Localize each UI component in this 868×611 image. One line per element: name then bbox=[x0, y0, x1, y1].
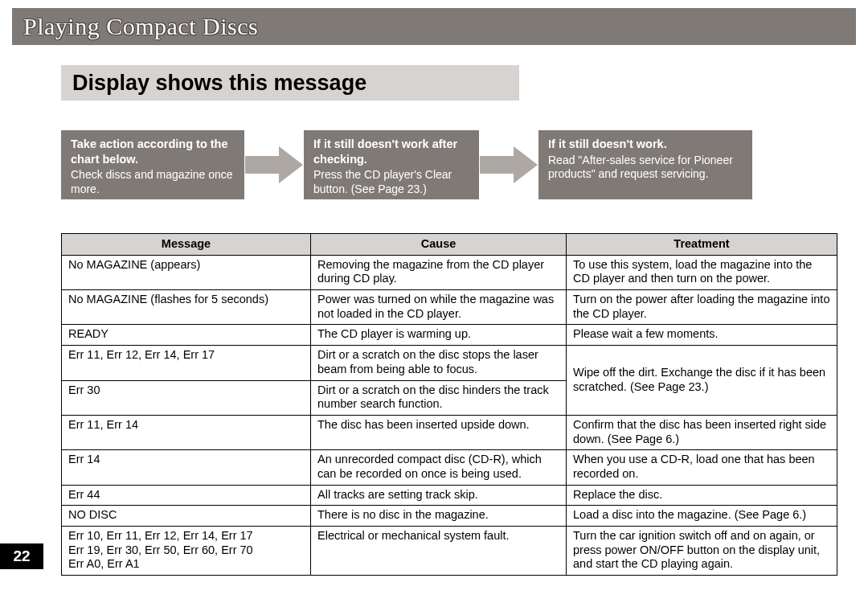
cell-message: Err 14 bbox=[62, 450, 311, 485]
cell-message: Err 11, Err 12, Err 14, Err 17 bbox=[62, 346, 311, 380]
cell-cause: Removing the magazine from the CD player… bbox=[311, 255, 567, 289]
cell-cause: Power was turned on while the magazine w… bbox=[311, 290, 567, 325]
cell-cause: All tracks are setting track skip. bbox=[311, 485, 567, 506]
cell-message: Err 30 bbox=[62, 380, 311, 415]
col-header-treatment: Treatment bbox=[567, 234, 837, 256]
svg-marker-1 bbox=[480, 146, 538, 183]
page-number: 22 bbox=[0, 543, 43, 569]
section-title: Display shows this message bbox=[72, 71, 366, 96]
section-bar: Display shows this message bbox=[61, 65, 519, 100]
step-body: Check discs and magazine once more. bbox=[71, 168, 235, 197]
cell-cause: There is no disc in the magazine. bbox=[311, 506, 567, 527]
cell-treatment: Please wait a few moments. bbox=[567, 325, 837, 346]
table-row: Err 14An unrecorded compact disc (CD-R),… bbox=[62, 450, 837, 485]
cell-treatment: When you use a CD-R, load one that has b… bbox=[567, 450, 837, 485]
cell-treatment: Turn on the power after loading the maga… bbox=[567, 290, 837, 325]
step-body: Press the CD player's Clear button. (See… bbox=[313, 168, 469, 197]
arrow-right-icon bbox=[479, 130, 538, 199]
cell-message: Err 11, Err 14 bbox=[62, 415, 311, 449]
table-row: No MAGAZINE (appears)Removing the magazi… bbox=[62, 255, 837, 289]
cell-message: No MAGAZINE (appears) bbox=[62, 255, 311, 289]
troubleshooting-table: Message Cause Treatment No MAGAZINE (app… bbox=[61, 233, 837, 576]
step-head: If it still doesn't work after checking. bbox=[313, 137, 469, 166]
table-row: Err 11, Err 12, Err 14, Err 17Dirt or a … bbox=[62, 346, 837, 380]
cell-message: NO DISC bbox=[62, 506, 311, 527]
col-header-cause: Cause bbox=[311, 234, 567, 256]
table-row: Err 11, Err 14The disc has been inserted… bbox=[62, 415, 837, 449]
cell-cause: Electrical or mechanical system fault. bbox=[311, 527, 567, 576]
cell-cause: Dirt or a scratch on the disc hinders th… bbox=[311, 380, 567, 415]
table-row: NO DISCThere is no disc in the magazine.… bbox=[62, 506, 837, 527]
cell-cause: The CD player is warming up. bbox=[311, 325, 567, 346]
steps-row: Take action according to the chart below… bbox=[61, 130, 837, 199]
table-row: Err 10, Err 11, Err 12, Err 14, Err 17 E… bbox=[62, 527, 837, 576]
cell-cause: Dirt or a scratch on the disc stops the … bbox=[311, 346, 567, 380]
chapter-bar: Playing Compact Discs bbox=[12, 8, 856, 45]
cell-treatment: Confirm that the disc has been inserted … bbox=[567, 415, 837, 449]
cell-message: Err 44 bbox=[62, 485, 311, 506]
table-row: Err 44All tracks are setting track skip.… bbox=[62, 485, 837, 506]
cell-message: No MAGAZINE (flashes for 5 seconds) bbox=[62, 290, 311, 325]
table-row: READYThe CD player is warming up.Please … bbox=[62, 325, 837, 346]
step-box-3: If it still doesn't work. Read "After-sa… bbox=[538, 130, 752, 199]
cell-cause: An unrecorded compact disc (CD-R), which… bbox=[311, 450, 567, 485]
step-head: Take action according to the chart below… bbox=[71, 137, 235, 166]
cell-treatment: Wipe off the dirt. Exchange the disc if … bbox=[567, 346, 837, 416]
cell-message: READY bbox=[62, 325, 311, 346]
cell-cause: The disc has been inserted upside down. bbox=[311, 415, 567, 449]
svg-marker-0 bbox=[245, 146, 303, 183]
table-header-row: Message Cause Treatment bbox=[62, 234, 837, 256]
cell-treatment: Turn the car ignition switch off and on … bbox=[567, 527, 837, 576]
table-row: No MAGAZINE (flashes for 5 seconds)Power… bbox=[62, 290, 837, 325]
arrow-right-icon bbox=[244, 130, 304, 199]
cell-message: Err 10, Err 11, Err 12, Err 14, Err 17 E… bbox=[62, 527, 311, 576]
step-head: If it still doesn't work. bbox=[548, 137, 743, 152]
chapter-title: Playing Compact Discs bbox=[23, 13, 258, 40]
cell-treatment: To use this system, load the magazine in… bbox=[567, 255, 837, 289]
cell-treatment: Load a disc into the magazine. (See Page… bbox=[567, 506, 837, 527]
step-body: Read "After-sales service for Pioneer pr… bbox=[548, 154, 743, 182]
cell-treatment: Replace the disc. bbox=[567, 485, 837, 506]
step-box-1: Take action according to the chart below… bbox=[61, 130, 244, 199]
col-header-message: Message bbox=[62, 234, 311, 256]
step-box-2: If it still doesn't work after checking.… bbox=[304, 130, 479, 199]
